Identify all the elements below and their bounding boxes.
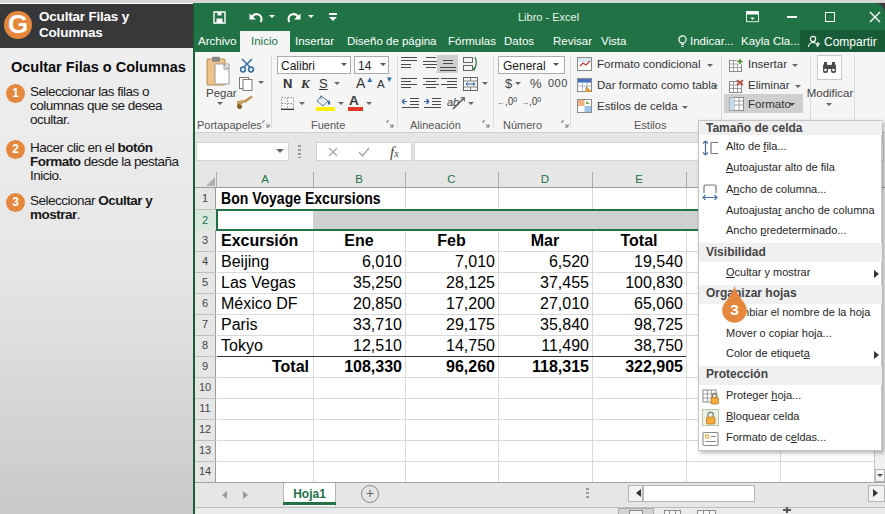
svg-text:3: 3: [730, 301, 739, 318]
